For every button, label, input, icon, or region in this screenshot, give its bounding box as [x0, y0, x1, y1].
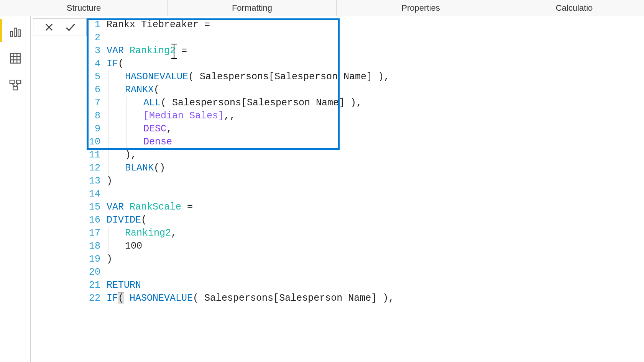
formula-editor-container: 12345678910111213141516171819202122 Rank…	[89, 18, 644, 362]
code-token: HASONEVALUE	[130, 293, 193, 304]
code-token: RETURN	[107, 280, 141, 291]
line-number: 6	[89, 84, 100, 97]
code-token: (	[188, 71, 200, 82]
code-token: Ranking2	[130, 45, 176, 56]
code-line[interactable]: )	[107, 253, 644, 266]
formula-area: 12345678910111213141516171819202122 Rank…	[31, 16, 644, 362]
model-view-icon[interactable]	[8, 77, 23, 93]
tab-formatting[interactable]: Formatting	[168, 0, 337, 16]
code-line[interactable]: ),	[107, 149, 644, 162]
code-line[interactable]: RANKX(	[107, 84, 644, 97]
code-line[interactable]: 100	[107, 240, 644, 253]
code-token: VAR	[107, 45, 130, 56]
code-token: BLANK	[125, 162, 154, 174]
code-line[interactable]: DESC,	[107, 123, 644, 136]
code-line[interactable]: BLANK()	[107, 162, 644, 175]
line-number: 7	[89, 97, 100, 110]
line-number: 2	[89, 31, 100, 44]
line-number: 8	[89, 110, 100, 123]
line-number: 5	[89, 70, 100, 84]
svg-rect-10	[13, 87, 17, 90]
code-token: )	[383, 293, 388, 304]
svg-rect-8	[10, 80, 14, 84]
code-line[interactable]: IF(	[107, 57, 644, 70]
line-number: 19	[89, 253, 100, 266]
line-number: 17	[89, 227, 100, 240]
code-token: ,	[171, 228, 177, 239]
line-number: 4	[89, 57, 100, 70]
report-view-icon[interactable]	[8, 24, 23, 39]
svg-rect-2	[18, 30, 20, 36]
code-token: [Median Sales]	[143, 110, 224, 121]
code-line[interactable]: [Median Sales],,	[107, 110, 644, 123]
code-token: Ranking2	[125, 228, 171, 239]
code-line[interactable]: Ranking2,	[107, 227, 644, 240]
code-token: Salespersons[Salesperson Name]	[204, 293, 383, 304]
svg-rect-0	[10, 31, 13, 36]
svg-rect-1	[14, 28, 16, 36]
code-token	[124, 293, 130, 304]
tab-calculation[interactable]: Calculatio	[505, 0, 643, 16]
commit-button[interactable]	[63, 20, 78, 34]
line-number: 14	[89, 188, 100, 201]
code-line[interactable]: IF( HASONEVALUE( Salespersons[Salesperso…	[107, 292, 644, 305]
code-token: ,	[384, 71, 389, 82]
code-token: ,	[356, 97, 362, 108]
code-line[interactable]: ALL( Salespersons[Salesperson Name] ),	[107, 97, 644, 110]
line-number: 10	[89, 136, 100, 149]
code-token: (	[154, 84, 159, 95]
svg-line-12	[16, 84, 18, 87]
code-line[interactable]: VAR Ranking2 =	[107, 44, 644, 57]
code-token: RANKX	[125, 84, 154, 95]
code-token: VAR	[107, 201, 130, 213]
code-token: IF	[107, 58, 118, 69]
svg-rect-3	[10, 53, 20, 63]
line-number: 11	[89, 149, 100, 162]
code-token: Dense	[143, 136, 172, 147]
code-line[interactable]: DIVIDE(	[107, 214, 644, 227]
code-token: IF	[107, 293, 118, 304]
code-token: Salespersons[Salesperson Name]	[172, 97, 350, 108]
code-line[interactable]: Dense	[107, 136, 644, 149]
code-line[interactable]: )	[107, 175, 644, 188]
tab-properties[interactable]: Properties	[337, 0, 505, 16]
ribbon-tabs: Structure Formatting Properties Calculat…	[0, 0, 644, 16]
code-line[interactable]	[107, 31, 644, 44]
svg-line-11	[12, 84, 15, 87]
line-number: 13	[89, 175, 100, 188]
code-token: ALL	[143, 97, 161, 108]
code-line[interactable]: RETURN	[107, 279, 644, 292]
code-token: )	[107, 254, 112, 265]
code-area[interactable]: Rankx Tiebreaker = VAR Ranking2 = IF(HAS…	[103, 18, 644, 305]
formula-editor[interactable]: 12345678910111213141516171819202122 Rank…	[89, 18, 644, 305]
line-number: 21	[89, 279, 100, 292]
line-number: 18	[89, 240, 100, 253]
formula-commit-buttons	[33, 18, 87, 36]
left-view-rail	[0, 16, 31, 362]
code-token: DIVIDE	[107, 215, 141, 226]
code-token: =	[176, 45, 193, 56]
code-token: HASONEVALUE	[125, 71, 188, 82]
main-area: 12345678910111213141516171819202122 Rank…	[0, 16, 644, 362]
code-token: ()	[154, 162, 165, 174]
code-token: ,	[131, 149, 136, 161]
code-token: )	[107, 175, 112, 187]
code-line[interactable]: VAR RankScale =	[107, 201, 644, 214]
code-line[interactable]: HASONEVALUE( Salespersons[Salesperson Na…	[107, 70, 644, 84]
code-line[interactable]	[107, 188, 644, 201]
line-number: 12	[89, 162, 100, 175]
code-line[interactable]: Rankx Tiebreaker =	[107, 18, 644, 31]
code-token: 100	[125, 241, 142, 252]
code-token: )	[125, 149, 131, 161]
line-number: 22	[89, 292, 100, 305]
tab-structure[interactable]: Structure	[0, 0, 168, 16]
data-view-icon[interactable]	[8, 51, 23, 66]
code-token: Rankx Tiebreaker =	[107, 19, 216, 30]
line-number: 9	[89, 123, 100, 136]
code-token: (	[193, 293, 204, 304]
code-token: (	[118, 58, 124, 69]
code-token: ,,	[224, 110, 235, 121]
code-token: ,	[388, 293, 394, 304]
code-line[interactable]	[107, 266, 644, 279]
cancel-button[interactable]	[41, 20, 57, 34]
